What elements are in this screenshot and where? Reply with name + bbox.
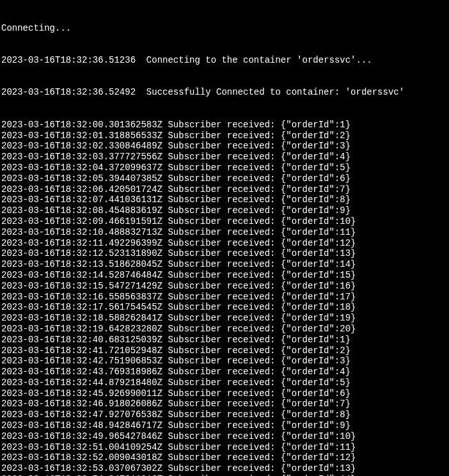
log-line: 2023-03-16T18:32:16.558563837Z Subscribe… xyxy=(1,292,448,303)
log-line: 2023-03-16T18:32:17.561754545Z Subscribe… xyxy=(1,302,448,313)
log-line: 2023-03-16T18:32:00.301362583Z Subscribe… xyxy=(1,120,448,131)
log-line: 2023-03-16T18:32:04.372099637Z Subscribe… xyxy=(1,163,448,173)
log-line: 2023-03-16T18:32:09.466191591Z Subscribe… xyxy=(1,216,448,227)
log-line: 2023-03-16T18:32:14.528746484Z Subscribe… xyxy=(1,270,448,281)
log-line: 2023-03-16T18:32:06.420501724Z Subscribe… xyxy=(1,184,448,195)
connect-container-line: 2023-03-16T18:32:36.51236 Connecting to … xyxy=(1,55,448,66)
log-line: 2023-03-16T18:32:53.037067302Z Subscribe… xyxy=(1,463,448,474)
log-line: 2023-03-16T18:32:03.377727556Z Subscribe… xyxy=(1,152,448,163)
log-line: 2023-03-16T18:32:12.523131890Z Subscribe… xyxy=(1,248,448,259)
log-line: 2023-03-16T18:32:43.769318986Z Subscribe… xyxy=(1,367,448,377)
log-line: 2023-03-16T18:32:07.441036131Z Subscribe… xyxy=(1,194,448,205)
log-line: 2023-03-16T18:32:48.942846717Z Subscribe… xyxy=(1,420,448,431)
log-line: 2023-03-16T18:32:10.488832713Z Subscribe… xyxy=(1,227,448,238)
log-line: 2023-03-16T18:32:47.927076538Z Subscribe… xyxy=(1,409,448,420)
log-line: 2023-03-16T18:32:11.492296399Z Subscribe… xyxy=(1,238,448,249)
log-line: 2023-03-16T18:32:02.330846489Z Subscribe… xyxy=(1,141,448,152)
log-lines-container: 2023-03-16T18:32:00.301362583Z Subscribe… xyxy=(1,120,448,476)
log-line: 2023-03-16T18:32:05.394407385Z Subscribe… xyxy=(1,173,448,184)
log-line: 2023-03-16T18:32:52.009043018Z Subscribe… xyxy=(1,452,448,463)
log-line: 2023-03-16T18:32:41.721052948Z Subscribe… xyxy=(1,345,448,356)
log-line: 2023-03-16T18:32:51.004109254Z Subscribe… xyxy=(1,442,448,453)
success-connect-line: 2023-03-16T18:32:36.52492 Successfully C… xyxy=(1,87,448,98)
connecting-line: Connecting... xyxy=(1,23,448,34)
log-line: 2023-03-16T18:32:18.588262841Z Subscribe… xyxy=(1,313,448,324)
log-line: 2023-03-16T18:32:01.318856533Z Subscribe… xyxy=(1,131,448,141)
log-line: 2023-03-16T18:32:19.642823280Z Subscribe… xyxy=(1,324,448,335)
log-line: 2023-03-16T18:32:40.683125039Z Subscribe… xyxy=(1,335,448,345)
log-line: 2023-03-16T18:32:46.918026086Z Subscribe… xyxy=(1,399,448,409)
log-line: 2023-03-16T18:32:44.879218480Z Subscribe… xyxy=(1,377,448,388)
log-line: 2023-03-16T18:32:49.965427846Z Subscribe… xyxy=(1,431,448,442)
log-line: 2023-03-16T18:32:08.454883619Z Subscribe… xyxy=(1,205,448,216)
log-line: 2023-03-16T18:32:42.751906853Z Subscribe… xyxy=(1,356,448,367)
log-line: 2023-03-16T18:32:45.926990011Z Subscribe… xyxy=(1,388,448,399)
log-line: 2023-03-16T18:32:13.518628045Z Subscribe… xyxy=(1,259,448,270)
log-line: 2023-03-16T18:32:15.547271429Z Subscribe… xyxy=(1,281,448,292)
terminal-output: Connecting... 2023-03-16T18:32:36.51236 … xyxy=(1,1,448,476)
